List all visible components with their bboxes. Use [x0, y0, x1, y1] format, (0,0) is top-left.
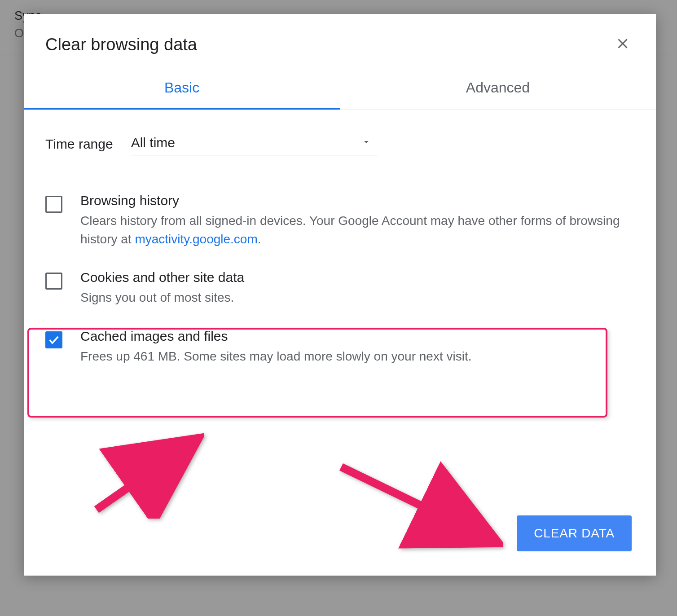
option-cookies: Cookies and other site data Signs you ou…: [45, 264, 634, 322]
checkbox-cookies[interactable]: [45, 273, 62, 290]
checkbox-browsing-history[interactable]: [45, 196, 62, 213]
myactivity-link[interactable]: myactivity.google.com: [135, 232, 257, 246]
option-desc: Signs you out of most sites.: [80, 289, 634, 307]
option-text: Cookies and other site data Signs you ou…: [80, 270, 634, 307]
tabs: Basic Advanced: [24, 68, 656, 110]
time-range-select[interactable]: All time: [131, 132, 378, 155]
option-desc: Clears history from all signed-in device…: [80, 212, 634, 248]
time-range-row: Time range All time: [45, 132, 634, 155]
dialog-title: Clear browsing data: [45, 35, 197, 54]
option-browsing-history: Browsing history Clears history from all…: [45, 187, 634, 264]
option-title: Cookies and other site data: [80, 270, 634, 285]
option-title: Cached images and files: [80, 329, 634, 344]
checkbox-cached[interactable]: [45, 331, 62, 348]
check-icon: [48, 334, 60, 346]
option-text: Browsing history Clears history from all…: [80, 193, 634, 248]
chevron-down-icon: [361, 135, 372, 150]
tab-advanced[interactable]: Advanced: [340, 68, 656, 110]
option-desc: Frees up 461 MB. Some sites may load mor…: [80, 348, 634, 366]
option-title: Browsing history: [80, 193, 634, 208]
dialog-footer: CANCEL CLEAR DATA: [24, 502, 656, 576]
close-icon: [615, 35, 631, 52]
option-text: Cached images and files Frees up 461 MB.…: [80, 329, 634, 366]
dialog-body: Time range All time Browsing history Cle…: [24, 110, 656, 403]
option-list: Browsing history Clears history from all…: [45, 187, 634, 385]
tab-basic[interactable]: Basic: [24, 68, 340, 110]
close-button[interactable]: [611, 32, 634, 57]
clear-browsing-data-dialog: Clear browsing data Basic Advanced Time …: [24, 14, 656, 576]
time-range-value: All time: [131, 135, 175, 150]
dialog-header: Clear browsing data: [24, 14, 656, 68]
time-range-label: Time range: [45, 136, 113, 152]
cancel-button[interactable]: CANCEL: [438, 517, 499, 550]
option-cached: Cached images and files Frees up 461 MB.…: [45, 322, 634, 386]
clear-data-button[interactable]: CLEAR DATA: [517, 515, 632, 551]
